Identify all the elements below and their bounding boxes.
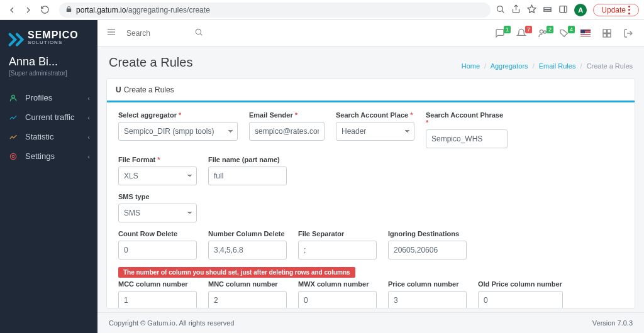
email-sender-field[interactable] [249, 122, 325, 141]
sms-type-field[interactable]: SMS [118, 204, 197, 222]
update-button[interactable]: Update [593, 4, 639, 16]
lock-icon [65, 6, 72, 14]
svg-rect-4 [544, 8, 551, 9]
mnc-field[interactable] [208, 291, 287, 308]
chevron-left-icon: ‹ [87, 133, 90, 141]
sidebar-item-label: Profiles [25, 93, 52, 102]
file-name-field[interactable] [208, 166, 287, 185]
tag-icon[interactable]: 4 [557, 28, 571, 38]
file-name-label: File name (part name) [208, 156, 287, 163]
svg-marker-3 [528, 5, 536, 13]
svg-point-17 [543, 31, 546, 33]
count-row-delete-field[interactable] [118, 241, 197, 259]
back-button[interactable] [5, 3, 19, 17]
hamburger-icon[interactable] [106, 27, 116, 39]
svg-point-14 [196, 29, 201, 34]
sidebar-item-profiles[interactable]: Profiles ‹ [0, 88, 97, 107]
bell-icon[interactable]: 7 [514, 28, 528, 38]
breadcrumb-aggregators[interactable]: Aggregators [491, 62, 528, 70]
version: Version 7.0.3 [592, 319, 633, 327]
star-icon[interactable] [527, 4, 536, 16]
file-separator-label: File Separator [298, 230, 377, 237]
card-title: Create a Rules [124, 85, 174, 94]
brand-subtitle: SOLUTIONS [28, 40, 79, 45]
grid-icon[interactable] [600, 28, 614, 38]
card-icon: U [116, 85, 121, 94]
share-icon[interactable] [511, 4, 521, 16]
search-account-place-label: Search Account Place * [336, 111, 414, 119]
topbar: 1 7 2 4 [97, 20, 644, 46]
breadcrumb-email-rules[interactable]: Email Rules [539, 62, 576, 70]
search-account-phrase-label: Search Account Phrase * [426, 111, 508, 126]
footer: Copyright © Gatum.io. All rights reserve… [97, 312, 644, 333]
sidebar: SEMPICO SOLUTIONS Anna Bi... [Super admi… [0, 20, 97, 333]
hint-banner: The number of column you should set, jus… [118, 267, 355, 278]
old-price-label: Old Price column number [478, 280, 563, 288]
reload-button[interactable] [38, 3, 52, 17]
search-account-place-field[interactable]: Header [336, 122, 414, 141]
sidebar-item-label: Settings [25, 151, 55, 161]
panel-icon[interactable] [558, 4, 568, 16]
chevron-left-icon: ‹ [87, 153, 90, 160]
svg-rect-21 [608, 33, 611, 36]
breadcrumb-home[interactable]: Home [462, 62, 480, 70]
select-aggregator-label: Select aggregator * [118, 111, 238, 119]
chat-icon[interactable]: 1 [493, 28, 507, 38]
email-sender-label: Email Sender * [249, 111, 325, 119]
sidebar-item-statistic[interactable]: Statistic ‹ [0, 127, 97, 146]
sidebar-item-settings[interactable]: Settings ‹ [0, 146, 97, 166]
profile-avatar[interactable]: A [574, 4, 587, 16]
sidebar-user-role: [Super administrator] [9, 70, 89, 77]
search-icon[interactable] [194, 28, 203, 38]
svg-rect-5 [544, 9, 551, 11]
svg-point-8 [12, 95, 15, 98]
svg-point-16 [540, 30, 543, 33]
mwx-field[interactable] [298, 291, 377, 308]
svg-line-1 [502, 11, 504, 13]
old-price-field[interactable] [478, 291, 563, 308]
logout-icon[interactable] [621, 28, 635, 38]
extensions-icon[interactable] [543, 4, 552, 16]
number-column-delete-field[interactable] [208, 241, 287, 259]
users-icon[interactable]: 2 [536, 28, 550, 38]
brand-name: SEMPICO [28, 30, 79, 40]
flag-icon[interactable] [579, 30, 592, 36]
users-badge: 2 [547, 26, 553, 33]
address-bar[interactable]: portal.gatum.io/aggregating-rules/create [59, 3, 491, 18]
tag-badge: 4 [568, 26, 575, 33]
mnc-label: MNC column number [208, 280, 287, 288]
file-format-label: File Format * [118, 156, 197, 163]
svg-rect-6 [560, 6, 567, 12]
topbar-search-input[interactable] [124, 26, 206, 40]
file-separator-field[interactable] [298, 241, 377, 259]
mcc-field[interactable] [118, 291, 197, 308]
zoom-icon[interactable] [496, 4, 505, 16]
svg-point-10 [10, 153, 16, 159]
url-path: /aggregating-rules/create [126, 6, 209, 14]
chevron-left-icon: ‹ [87, 94, 90, 102]
brand-logo: SEMPICO SOLUTIONS [0, 20, 97, 50]
select-aggregator-field[interactable]: Sempico_DIR (smpp tools) [118, 122, 238, 141]
sms-type-label: SMS type [118, 193, 197, 200]
settings-icon [9, 152, 20, 161]
ignoring-destinations-field[interactable] [388, 241, 467, 259]
sidebar-item-current-traffic[interactable]: Current traffic ‹ [0, 107, 97, 127]
price-label: Price column number [388, 280, 467, 288]
file-format-field[interactable]: XLS [118, 166, 197, 185]
mwx-label: MWX column number [298, 280, 377, 288]
copyright: Copyright © Gatum.io. All rights reserve… [109, 319, 234, 327]
sidebar-user: Anna Bi... [Super administrator] [0, 50, 97, 79]
chat-badge: 1 [504, 26, 511, 33]
svg-point-9 [12, 155, 14, 158]
price-field[interactable] [388, 291, 467, 308]
sidebar-item-label: Statistic [25, 132, 54, 141]
svg-rect-19 [608, 30, 611, 33]
search-account-phrase-field[interactable] [426, 129, 508, 148]
page-title: Create a Rules [109, 55, 192, 70]
menu-dots-icon [628, 6, 631, 14]
ignoring-destinations-label: Ignoring Destinations [388, 230, 467, 237]
forward-button[interactable] [21, 3, 35, 17]
breadcrumb-current: Create a Rules [587, 62, 633, 70]
statistic-icon [9, 133, 20, 141]
brand-mark-icon [6, 29, 24, 46]
